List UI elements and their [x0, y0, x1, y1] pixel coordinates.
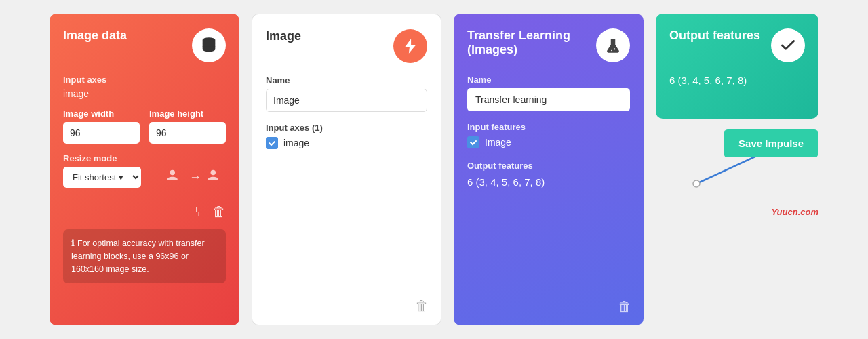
transfer-title-line2: (Images) [467, 43, 570, 57]
transfer-input-features-section: Input features Image [467, 122, 630, 148]
transfer-checkbox-label: Image [485, 137, 511, 148]
bolt-icon [401, 37, 419, 55]
image-card: Image Name Input axes (1) image 🗑 [252, 14, 441, 325]
image-trash-icon[interactable]: 🗑 [415, 298, 429, 313]
image-card-title: Image [266, 29, 301, 43]
dimensions-row: Image width Image height [63, 108, 226, 144]
image-height-label: Image height [149, 108, 226, 119]
transfer-output-features-section: Output features 6 (3, 4, 5, 6, 7, 8) [467, 161, 630, 188]
transfer-checkmark-icon [469, 138, 477, 146]
right-column: Output features 6 (3, 4, 5, 6, 7, 8) Sav… [656, 14, 818, 217]
transfer-title-group: Transfer Learning (Images) [467, 28, 570, 57]
svg-point-3 [614, 48, 615, 49]
transfer-image-checkbox[interactable] [467, 136, 479, 148]
arrow-right-icon: → [189, 170, 201, 184]
image-data-card: Image data Input axes image Image width … [50, 14, 239, 325]
save-impulse-button[interactable]: Save Impulse [724, 129, 818, 157]
resize-row: Fit shortest ▾ Fit longest Squash Crop → [63, 167, 226, 188]
transfer-checkbox-item: Image [467, 136, 630, 148]
transfer-output-value: 6 (3, 4, 5, 6, 7, 8) [467, 176, 630, 188]
resize-icon-group: → [165, 167, 226, 188]
beaker-icon [604, 37, 622, 54]
image-name-label: Name [266, 75, 427, 85]
output-icon-circle [771, 28, 805, 62]
output-value: 6 (3, 4, 5, 6, 7, 8) [669, 75, 805, 86]
svg-point-6 [693, 180, 700, 187]
svg-point-4 [611, 50, 612, 52]
check-circle-icon [779, 37, 797, 54]
branch-icon[interactable]: ⑂ [195, 204, 203, 220]
image-height-input[interactable] [149, 122, 226, 144]
image-card-icon-circle [393, 29, 427, 63]
checkmark-icon [268, 139, 276, 147]
image-width-label: Image width [63, 108, 140, 119]
image-checkbox-label: image [283, 138, 309, 148]
image-card-header: Image [266, 29, 427, 63]
output-card-title: Output features [669, 28, 760, 43]
image-width-group: Image width [63, 108, 140, 144]
image-checkbox[interactable] [266, 137, 278, 149]
image-data-icon-circle [192, 28, 226, 62]
transfer-output-features-label: Output features [467, 161, 630, 171]
output-card-header: Output features [669, 28, 805, 62]
input-axes-label: Input axes [63, 75, 226, 85]
image-name-input[interactable] [266, 89, 427, 112]
image-data-title: Image data [63, 28, 127, 43]
image-input-axes-section: Input axes (1) image [266, 123, 427, 149]
transfer-name-section: Name [467, 75, 630, 122]
resize-mode-select[interactable]: Fit shortest ▾ Fit longest Squash Crop [63, 167, 141, 188]
image-checkbox-item: image [266, 137, 427, 149]
info-text: For optimal accuracy with transfer learn… [71, 239, 205, 274]
output-card: Output features 6 (3, 4, 5, 6, 7, 8) [656, 14, 818, 119]
transfer-title: Transfer Learning [467, 28, 570, 43]
transfer-card-footer: 🗑 [618, 299, 631, 315]
image-name-section: Name [266, 75, 427, 123]
trash-icon[interactable]: 🗑 [212, 204, 226, 220]
resize-mode-label: Resize mode [63, 153, 226, 163]
bottom-icons-row: ⑂ 🗑 [63, 199, 226, 222]
transfer-name-input[interactable] [467, 88, 630, 111]
save-section: Save Impulse [656, 129, 818, 191]
image-data-card-header: Image data [63, 28, 226, 62]
svg-point-1 [170, 170, 176, 175]
input-axes-value: image [63, 88, 226, 99]
info-icon: ℹ [71, 239, 75, 248]
transfer-name-label: Name [467, 75, 630, 85]
image-width-input[interactable] [63, 122, 140, 144]
input-axes-section: Input axes image [63, 75, 226, 99]
person-after-icon [205, 167, 226, 188]
info-box: ℹFor optimal accuracy with transfer lear… [63, 229, 226, 283]
transfer-card: Transfer Learning (Images) Name Input fe… [454, 14, 644, 325]
person-before-icon [165, 167, 185, 188]
image-height-group: Image height [149, 108, 226, 144]
transfer-input-features-label: Input features [467, 122, 630, 132]
svg-point-2 [211, 170, 216, 175]
resize-mode-section: Resize mode Fit shortest ▾ Fit longest S… [63, 153, 226, 188]
image-card-footer: 🗑 [415, 298, 429, 314]
transfer-card-header: Transfer Learning (Images) [467, 28, 630, 62]
transfer-trash-icon[interactable]: 🗑 [618, 299, 631, 314]
image-input-axes-label: Input axes (1) [266, 123, 427, 133]
transfer-icon-circle [596, 28, 630, 62]
watermark: Yuucn.com [656, 207, 818, 217]
database-icon [199, 36, 218, 55]
